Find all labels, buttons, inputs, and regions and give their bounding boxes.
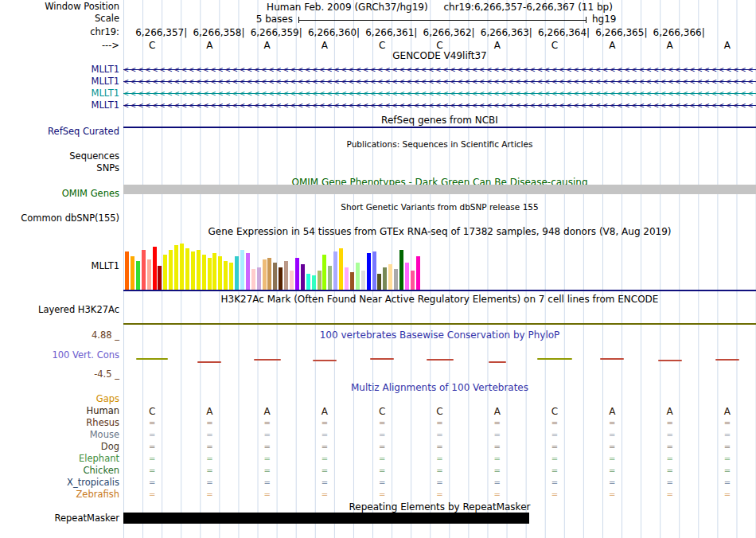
browser-panel[interactable]: Human Feb. 2009 (GRCh37/hg19) chr19:6,26… — [123, 0, 756, 538]
gtex-expression-bar[interactable] — [257, 267, 261, 290]
gtex-expression-bar[interactable] — [251, 269, 255, 290]
gtex-expression-bar[interactable] — [339, 248, 343, 290]
gtex-expression-bar[interactable] — [350, 272, 354, 290]
gtex-expression-bar[interactable] — [240, 250, 244, 290]
gtex-expression-bar[interactable] — [301, 264, 305, 290]
alignment-match-mark: = — [469, 430, 526, 441]
track-title-refseq[interactable]: RefSeq genes from NCBI — [123, 115, 756, 126]
left-label[interactable]: Rhesus — [86, 418, 119, 428]
gtex-expression-bar[interactable] — [180, 244, 184, 290]
refseq-gene-line[interactable] — [123, 127, 756, 128]
gtex-expression-bar[interactable] — [367, 253, 371, 290]
gtex-expression-bar[interactable] — [136, 261, 140, 290]
gtex-expression-bar[interactable] — [273, 263, 277, 290]
gtex-expression-bar[interactable] — [153, 247, 157, 290]
left-label[interactable]: Gaps — [96, 394, 119, 404]
left-label[interactable]: MLLT1 — [92, 88, 120, 99]
gtex-expression-bar[interactable] — [318, 271, 321, 290]
gtex-expression-bar[interactable] — [263, 259, 267, 290]
track-title-publications[interactable]: Publications: Sequences in Scientific Ar… — [123, 139, 756, 150]
gtex-expression-bar[interactable] — [356, 263, 360, 290]
left-label[interactable]: MLLT1 — [92, 76, 120, 87]
left-label[interactable]: Elephant — [79, 454, 119, 464]
gtex-expression-bar[interactable] — [208, 258, 212, 290]
gtex-expression-bar[interactable] — [131, 256, 134, 290]
left-label: Window Position — [45, 2, 119, 12]
gene-line[interactable]: <<<<<<<<<<<<<<<<<<<<<<<<<<<<<<<<<<<<<<<<… — [123, 76, 756, 87]
omim-gene-bar[interactable] — [123, 185, 756, 194]
gtex-expression-bar[interactable] — [202, 255, 206, 290]
left-label[interactable]: Zebrafish — [76, 489, 119, 500]
left-label[interactable]: Sequences — [69, 151, 119, 162]
gtex-expression-bar[interactable] — [125, 251, 129, 290]
gtex-expression-bar[interactable] — [306, 274, 310, 290]
left-label[interactable]: SNPs — [96, 163, 119, 173]
left-label[interactable]: Chicken — [84, 466, 119, 476]
left-label[interactable]: RefSeq Curated — [48, 127, 119, 137]
track-title-dbsnp[interactable]: Short Genetic Variants from dbSNP releas… — [123, 202, 756, 212]
gtex-expression-bar[interactable] — [361, 271, 365, 290]
gtex-expression-bar[interactable] — [411, 271, 415, 290]
gene-line[interactable]: <<<<<<<<<<<<<<<<<<<<<<<<<<<<<<<<<<<<<<<<… — [123, 88, 756, 99]
left-label[interactable]: Human — [87, 406, 119, 416]
left-label[interactable]: -4.5 _ — [94, 369, 119, 380]
phylop-conservation-mark — [537, 358, 572, 360]
track-title-gtex[interactable]: Gene Expression in 54 tissues from GTEx … — [123, 227, 756, 237]
gtex-expression-bar[interactable] — [142, 250, 146, 290]
gtex-expression-bar[interactable] — [405, 263, 409, 290]
gtex-expression-bar[interactable] — [246, 253, 250, 290]
gtex-expression-bar[interactable] — [312, 275, 316, 290]
gtex-expression-bar[interactable] — [333, 251, 337, 290]
gtex-expression-bar[interactable] — [328, 266, 332, 290]
gtex-expression-bar[interactable] — [212, 253, 216, 290]
left-label[interactable]: X_tropicalis — [67, 478, 119, 488]
gtex-expression-bar[interactable] — [388, 264, 392, 290]
left-label[interactable]: MLLT1 — [92, 64, 120, 75]
left-label[interactable]: Dog — [101, 442, 119, 452]
track-title-phylop[interactable]: 100 vertebrates Basewise Conservation by… — [123, 330, 756, 341]
left-label[interactable]: 100 Vert. Cons — [52, 350, 119, 361]
track-title-h3k27ac[interactable]: H3K27Ac Mark (Often Found Near Active Re… — [123, 294, 756, 305]
gtex-expression-bar[interactable] — [345, 267, 349, 290]
gtex-expression-bar[interactable] — [235, 256, 239, 290]
left-label[interactable]: MLLT1 — [92, 100, 120, 111]
repeatmasker-element-bar[interactable] — [123, 513, 529, 524]
track-title-repeatmasker[interactable]: Repeating Elements by RepeatMasker — [123, 502, 756, 513]
left-label[interactable]: 4.88 _ — [92, 330, 119, 341]
gtex-expression-bar[interactable] — [372, 251, 376, 290]
track-title-multiz[interactable]: Multiz Alignments of 100 Vertebrates — [123, 383, 756, 393]
gtex-expression-bar[interactable] — [267, 258, 271, 290]
coordinate-label: 6,266,362| — [417, 27, 474, 38]
gtex-expression-bar[interactable] — [191, 251, 195, 290]
left-label[interactable]: Layered H3K27Ac — [38, 305, 119, 315]
gene-line[interactable]: <<<<<<<<<<<<<<<<<<<<<<<<<<<<<<<<<<<<<<<<… — [123, 64, 756, 75]
gtex-expression-bar[interactable] — [224, 261, 228, 290]
gtex-expression-bar[interactable] — [284, 261, 288, 290]
gtex-expression-bar[interactable] — [174, 245, 178, 290]
gtex-expression-bar[interactable] — [290, 271, 294, 290]
left-label[interactable]: Mouse — [90, 430, 119, 440]
gtex-expression-bar[interactable] — [394, 269, 398, 290]
gtex-expression-bar[interactable] — [399, 250, 403, 290]
gtex-expression-bar[interactable] — [322, 255, 326, 290]
gtex-expression-bar[interactable] — [383, 267, 387, 290]
gene-line[interactable]: <<<<<<<<<<<<<<<<<<<<<<<<<<<<<<<<<<<<<<<<… — [123, 100, 756, 111]
left-label[interactable]: Common dbSNP(155) — [21, 213, 119, 224]
track-title-gencode[interactable]: GENCODE V49lift37 — [123, 51, 756, 61]
gtex-expression-bar[interactable] — [158, 266, 162, 290]
gtex-expression-bar[interactable] — [229, 263, 233, 290]
gtex-expression-bar[interactable] — [185, 248, 189, 290]
gtex-expression-bar[interactable] — [169, 250, 173, 290]
gtex-expression-bar[interactable] — [416, 256, 420, 290]
gtex-expression-bar[interactable] — [218, 256, 222, 290]
gtex-expression-bar[interactable] — [197, 250, 201, 290]
left-label[interactable]: RepeatMasker — [55, 513, 120, 524]
ruler-base-letter: C — [353, 40, 411, 51]
gtex-expression-bar[interactable] — [147, 259, 151, 290]
gtex-expression-bar[interactable] — [163, 255, 167, 290]
left-label[interactable]: MLLT1 — [92, 261, 120, 271]
left-label[interactable]: OMIM Genes — [62, 189, 119, 199]
gtex-expression-bar[interactable] — [377, 274, 381, 290]
gtex-expression-bar[interactable] — [295, 258, 299, 290]
gtex-expression-bar[interactable] — [279, 267, 283, 290]
